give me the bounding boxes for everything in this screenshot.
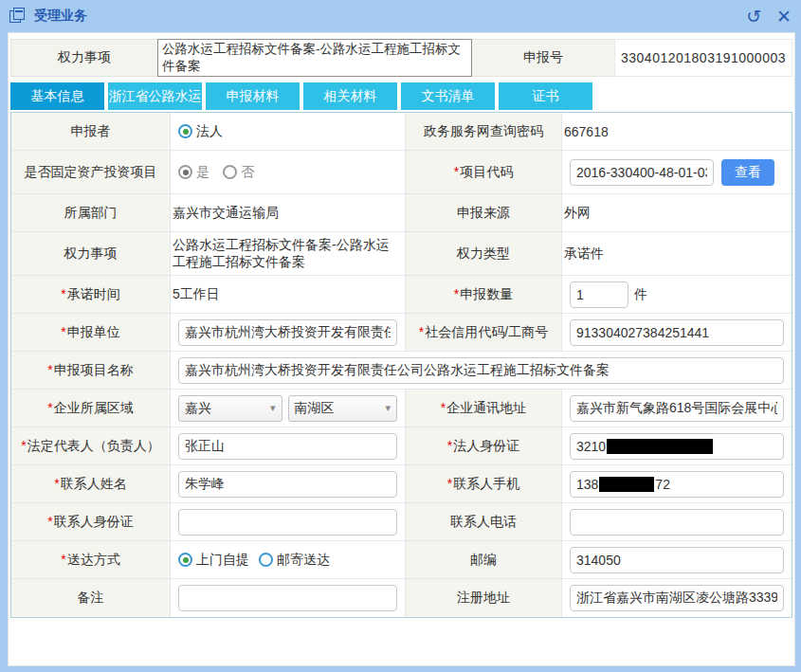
fixed-asset-radio-no: 否 bbox=[223, 164, 254, 181]
view-button[interactable]: 查看 bbox=[721, 159, 774, 186]
postcode-label: 邮编 bbox=[405, 541, 562, 578]
tab-basic-info[interactable]: 基本信息 bbox=[10, 82, 104, 110]
remark-label: 备注 bbox=[11, 579, 171, 617]
contact-name-input[interactable] bbox=[178, 471, 397, 498]
region-city-select[interactable]: 嘉兴 ▾ bbox=[178, 395, 282, 422]
row-remark: 备注 注册地址 bbox=[11, 579, 792, 617]
document-icon bbox=[9, 8, 27, 25]
credit-code-label: *社会信用代码/工商号 bbox=[405, 314, 562, 351]
required-asterisk: * bbox=[47, 400, 52, 415]
legal-id-input[interactable]: 3210 bbox=[570, 433, 784, 460]
power-type-value: 承诺件 bbox=[562, 232, 792, 275]
legal-id-visible-text: 3210 bbox=[576, 439, 606, 454]
required-asterisk: * bbox=[61, 324, 65, 339]
tab-zhejiang-highway[interactable]: 浙江省公路水运 bbox=[108, 82, 202, 110]
required-asterisk: * bbox=[454, 286, 459, 301]
accept-business-window: 受理业务 ↺ ✕ 权力事项 公路水运工程招标文件备案-公路水运工程施工招标文件备… bbox=[0, 0, 801, 672]
row-declarer: 申报者 法人 政务服务网查询密码 667618 bbox=[11, 113, 792, 151]
contact-id-input[interactable] bbox=[178, 509, 397, 536]
required-asterisk: * bbox=[47, 362, 52, 377]
radio-unchecked-icon bbox=[259, 553, 273, 567]
row-delivery: *送达方式 上门自提 邮寄送达 邮编 bbox=[11, 541, 792, 579]
window-title: 受理业务 bbox=[34, 8, 87, 25]
tab-related-materials[interactable]: 相关材料 bbox=[303, 82, 397, 110]
row-legal-person: *法定代表人（负责人） *法人身份证 3210 bbox=[11, 427, 792, 465]
row-power-item: 权力事项 公路水运工程招标文件备案-公路水运工程施工招标文件备案 权力类型 承诺… bbox=[11, 232, 792, 276]
declarer-radio-legal-person[interactable]: 法人 bbox=[178, 123, 223, 140]
radio-label: 上门自提 bbox=[196, 552, 249, 569]
project-name-input[interactable] bbox=[178, 357, 784, 384]
project-code-input[interactable] bbox=[570, 159, 714, 186]
declarer-label: 申报者 bbox=[11, 113, 171, 150]
credit-code-input[interactable] bbox=[570, 319, 784, 346]
basic-info-form: 申报者 法人 政务服务网查询密码 667618 是否固定资产投资项目 bbox=[10, 112, 792, 618]
declarer-value: 法人 bbox=[171, 113, 405, 150]
legal-id-label: *法人身份证 bbox=[405, 427, 562, 464]
radio-label: 邮寄送达 bbox=[277, 552, 330, 569]
project-name-label: *申报项目名称 bbox=[11, 352, 171, 389]
contact-id-cell bbox=[171, 503, 405, 540]
reg-address-cell bbox=[562, 579, 792, 617]
region-cell: 嘉兴 ▾ 南湖区 ▾ bbox=[171, 390, 405, 427]
apply-source-value: 外网 bbox=[562, 194, 792, 231]
reg-address-input[interactable] bbox=[570, 585, 784, 611]
refresh-icon[interactable]: ↺ bbox=[746, 8, 761, 26]
chevron-down-icon: ▾ bbox=[263, 402, 276, 414]
delivery-radio-pickup[interactable]: 上门自提 bbox=[178, 552, 249, 569]
postcode-cell bbox=[562, 541, 792, 578]
tab-apply-materials[interactable]: 申报材料 bbox=[206, 82, 300, 110]
department-value: 嘉兴市交通运输局 bbox=[171, 194, 405, 231]
region-label: *企业所属区域 bbox=[11, 390, 171, 427]
gov-password-label: 政务服务网查询密码 bbox=[405, 113, 562, 150]
row-fixed-asset: 是否固定资产投资项目 是 否 *项目代码 bbox=[11, 151, 792, 194]
contact-mobile-suffix: 72 bbox=[655, 477, 670, 492]
required-asterisk: * bbox=[61, 286, 65, 301]
project-name-cell bbox=[171, 352, 792, 389]
required-asterisk: * bbox=[419, 324, 424, 339]
required-asterisk: * bbox=[447, 438, 452, 453]
apply-unit-cell bbox=[171, 314, 405, 351]
apply-count-label: *申报数量 bbox=[405, 276, 562, 313]
remark-input[interactable] bbox=[178, 585, 397, 611]
radio-unchecked-disabled-icon bbox=[223, 165, 237, 179]
apply-count-unit: 件 bbox=[634, 286, 647, 303]
apply-count-cell: 件 bbox=[562, 276, 792, 313]
contact-phone-input[interactable] bbox=[570, 509, 784, 536]
apply-unit-label: *申报单位 bbox=[11, 314, 171, 351]
department-label: 所属部门 bbox=[11, 194, 171, 231]
required-asterisk: * bbox=[61, 552, 65, 567]
contact-mobile-label: *联系人手机 bbox=[405, 465, 562, 502]
radio-label: 否 bbox=[241, 164, 254, 181]
radio-checked-icon bbox=[178, 553, 192, 567]
row-contact-name: *联系人姓名 *联系人手机 138 72 bbox=[11, 465, 792, 503]
required-asterisk: * bbox=[47, 514, 52, 529]
contact-phone-label: 联系人电话 bbox=[405, 503, 562, 540]
tab-bar: 基本信息 浙江省公路水运 申报材料 相关材料 文书清单 证书 bbox=[10, 82, 794, 110]
required-asterisk: * bbox=[54, 476, 59, 491]
contact-phone-cell bbox=[562, 503, 792, 540]
apply-unit-input[interactable] bbox=[178, 319, 397, 346]
postcode-input[interactable] bbox=[570, 547, 784, 573]
contact-id-label: *联系人身份证 bbox=[11, 503, 171, 540]
power-item-header-value: 公路水运工程招标文件备案-公路水运工程施工招标文件备案 bbox=[157, 39, 472, 77]
delivery-radio-mail[interactable]: 邮寄送达 bbox=[259, 552, 330, 569]
apply-no-value: 330401201803191000003 bbox=[614, 39, 792, 77]
contact-mobile-input[interactable]: 138 72 bbox=[570, 471, 784, 498]
apply-count-input[interactable] bbox=[570, 282, 628, 308]
company-address-label: *企业通讯地址 bbox=[405, 390, 562, 427]
legal-person-input[interactable] bbox=[178, 433, 397, 460]
fixed-asset-radio-yes: 是 bbox=[178, 164, 209, 181]
window-content: 权力事项 公路水运工程招标文件备案-公路水运工程施工招标文件备案 申报号 330… bbox=[8, 32, 795, 666]
header-strip: 权力事项 公路水运工程招标文件备案-公路水运工程施工招标文件备案 申报号 330… bbox=[10, 39, 792, 77]
company-address-input[interactable] bbox=[570, 395, 784, 422]
tab-document-list[interactable]: 文书清单 bbox=[401, 82, 495, 110]
region-district-select[interactable]: 南湖区 ▾ bbox=[288, 395, 397, 422]
radio-label: 是 bbox=[196, 164, 209, 181]
row-region: *企业所属区域 嘉兴 ▾ 南湖区 ▾ *企业通讯地址 bbox=[11, 390, 792, 427]
fixed-asset-value: 是 否 bbox=[171, 151, 405, 193]
tab-certificate[interactable]: 证书 bbox=[499, 82, 592, 110]
promise-time-label: *承诺时间 bbox=[11, 276, 171, 313]
required-asterisk: * bbox=[21, 438, 26, 453]
contact-mobile-cell: 138 72 bbox=[562, 465, 792, 502]
close-icon[interactable]: ✕ bbox=[776, 8, 792, 26]
